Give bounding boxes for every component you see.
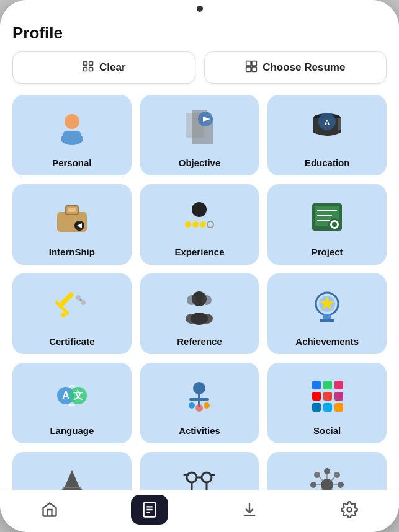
svg-text:文: 文: [73, 389, 83, 401]
svg-point-27: [192, 221, 199, 228]
svg-point-38: [332, 222, 337, 227]
svg-rect-6: [246, 66, 251, 71]
svg-point-84: [314, 472, 320, 478]
reference-icon: [145, 280, 254, 332]
svg-point-40: [61, 313, 66, 317]
svg-rect-68: [312, 392, 321, 401]
grid-item-achievements[interactable]: Achievements: [267, 273, 387, 354]
svg-line-93: [331, 477, 334, 481]
experience-icon: [145, 190, 254, 243]
svg-point-43: [81, 300, 86, 305]
svg-rect-71: [312, 403, 321, 412]
svg-point-42: [76, 295, 81, 300]
internship-icon: [17, 190, 127, 243]
svg-line-92: [320, 477, 323, 481]
choose-resume-button[interactable]: Choose Resume: [204, 51, 387, 84]
svg-rect-69: [323, 392, 332, 401]
svg-rect-4: [246, 61, 251, 66]
grid-item-activities[interactable]: Activities: [140, 363, 259, 443]
strength-icon: [145, 458, 254, 490]
svg-rect-73: [334, 403, 343, 412]
project-icon: [272, 190, 382, 243]
grid-item-reference[interactable]: Reference: [140, 273, 259, 354]
grid-item-label-language: Language: [50, 425, 94, 436]
svg-rect-7: [252, 66, 257, 71]
grid-item-experience[interactable]: Experience: [140, 184, 259, 265]
svg-rect-5: [252, 61, 257, 66]
svg-rect-22: [68, 208, 76, 212]
svg-rect-0: [83, 61, 87, 65]
svg-rect-3: [89, 67, 93, 71]
svg-point-48: [187, 295, 197, 305]
grid-item-label-social: Social: [313, 425, 341, 436]
grid-item-certificate[interactable]: Certificate: [12, 273, 132, 354]
grid-item-project[interactable]: Project: [267, 184, 387, 265]
clear-button[interactable]: Clear: [12, 51, 195, 84]
grid-item-personal[interactable]: Personal: [12, 95, 132, 175]
svg-rect-54: [320, 319, 334, 322]
grid-item-label-project: Project: [312, 247, 343, 257]
grid-item-interest[interactable]: Interest: [12, 452, 132, 490]
svg-point-49: [202, 295, 212, 305]
device-frame: Profile Clear: [0, 0, 399, 532]
main-content: Profile Clear: [0, 17, 399, 490]
education-icon: A: [272, 101, 382, 154]
grid-item-label-reference: Reference: [177, 336, 222, 347]
clear-icon: [82, 60, 94, 76]
grid-item-label-activities: Activities: [179, 425, 220, 436]
social-icon: [272, 369, 382, 422]
svg-point-82: [310, 482, 316, 488]
top-buttons: Clear Choose Resume: [12, 51, 387, 84]
grid-item-objective[interactable]: Objective: [140, 95, 259, 175]
language-icon: A 文: [17, 369, 127, 422]
grid-item-label-education: Education: [305, 157, 350, 168]
svg-rect-70: [334, 392, 343, 401]
grid-item-label-certificate: Certificate: [49, 336, 94, 347]
svg-point-59: [193, 382, 205, 394]
svg-rect-67: [334, 381, 343, 389]
grid-item-label-personal: Personal: [52, 157, 91, 168]
grid-item-internship[interactable]: InternShip: [12, 184, 132, 265]
grid-item-social[interactable]: Social: [267, 363, 387, 443]
nav-download[interactable]: [231, 495, 268, 525]
grid-item-skills[interactable]: Skills: [267, 452, 387, 490]
grid-item-label-experience: Experience: [174, 247, 224, 257]
svg-point-26: [185, 221, 191, 228]
status-dot: [197, 6, 203, 12]
svg-text:A: A: [325, 118, 330, 127]
grid-item-label-objective: Objective: [179, 157, 221, 168]
svg-point-28: [200, 221, 206, 228]
nav-settings[interactable]: [331, 495, 368, 525]
objective-icon: [145, 101, 254, 154]
svg-point-8: [65, 114, 79, 129]
grid-item-label-achievements: Achievements: [295, 336, 359, 347]
svg-rect-66: [323, 381, 332, 389]
category-grid: Personal Objective A Education InternShi…: [12, 95, 387, 490]
personal-icon: [17, 101, 127, 154]
grid-item-language[interactable]: A 文 Language: [12, 363, 132, 443]
svg-rect-10: [63, 131, 81, 141]
certificate-icon: [17, 280, 127, 332]
choose-resume-icon: [245, 60, 258, 76]
nav-home[interactable]: [31, 495, 68, 525]
grid-item-strength[interactable]: Strength: [140, 452, 259, 490]
svg-point-100: [347, 507, 351, 512]
grid-item-label-internship: InternShip: [49, 247, 95, 257]
svg-point-29: [207, 221, 213, 228]
svg-point-63: [189, 402, 195, 409]
nav-resume[interactable]: [131, 495, 168, 525]
svg-text:A: A: [62, 390, 69, 401]
skills-icon: [272, 458, 382, 490]
svg-rect-2: [83, 67, 87, 71]
choose-resume-label: Choose Resume: [262, 61, 345, 74]
svg-point-83: [338, 482, 344, 488]
svg-point-78: [202, 472, 212, 482]
svg-point-25: [192, 202, 207, 217]
svg-point-85: [334, 472, 340, 478]
clear-label: Clear: [99, 61, 126, 74]
status-bar: [0, 0, 399, 17]
svg-rect-1: [89, 61, 93, 65]
grid-item-education[interactable]: A Education: [267, 95, 387, 175]
bottom-nav: [0, 490, 399, 532]
svg-rect-65: [312, 381, 321, 389]
